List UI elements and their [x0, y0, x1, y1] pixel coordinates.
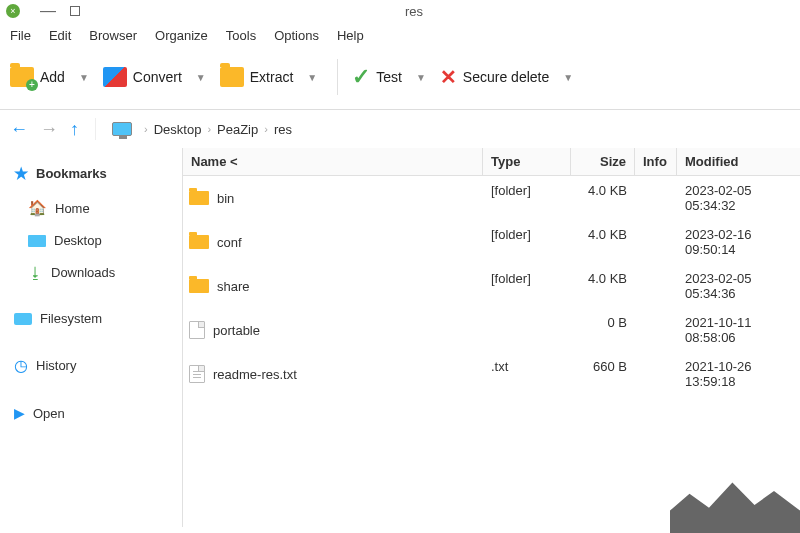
extract-folder-icon: [220, 67, 244, 87]
text-file-icon: [189, 365, 205, 383]
test-dropdown[interactable]: ▼: [410, 72, 432, 83]
toolbar: Add ▼ Convert ▼ Extract ▼ ✓ Test ▼ ✕ Sec…: [0, 51, 800, 110]
secure-delete-dropdown[interactable]: ▼: [557, 72, 579, 83]
cell-size: 660 B: [571, 352, 635, 396]
cell-modified: 2021-10-11 08:58:06: [677, 308, 800, 352]
menu-options[interactable]: Options: [274, 28, 319, 43]
home-icon: 🏠: [28, 199, 47, 217]
sidebar-item-open[interactable]: ▶ Open: [14, 397, 182, 429]
table-row[interactable]: readme-res.txt .txt 660 B 2021-10-26 13:…: [183, 352, 800, 396]
close-icon[interactable]: ×: [6, 4, 20, 18]
x-icon: ✕: [440, 65, 457, 89]
col-modified[interactable]: Modified: [677, 148, 800, 175]
cell-name: portable: [213, 323, 260, 338]
secure-delete-button[interactable]: ✕ Secure delete: [440, 65, 549, 89]
convert-icon: [103, 67, 127, 87]
test-button[interactable]: ✓ Test: [352, 64, 402, 90]
table-row[interactable]: share [folder] 4.0 KB 2023-02-05 05:34:3…: [183, 264, 800, 308]
cell-info: [635, 264, 677, 308]
sidebar: ★ Bookmarks 🏠 Home Desktop ⭳ Downloads F…: [0, 148, 182, 527]
cell-type: [folder]: [483, 176, 571, 220]
col-size[interactable]: Size: [571, 148, 635, 175]
window-title: res: [34, 4, 794, 19]
menu-organize[interactable]: Organize: [155, 28, 208, 43]
add-label: Add: [40, 69, 65, 85]
menu-edit[interactable]: Edit: [49, 28, 71, 43]
chevron-right-icon: ›: [264, 123, 268, 135]
cell-size: 4.0 KB: [571, 176, 635, 220]
add-button[interactable]: Add: [10, 67, 65, 87]
convert-dropdown[interactable]: ▼: [190, 72, 212, 83]
col-info[interactable]: Info: [635, 148, 677, 175]
folder-icon: [189, 279, 209, 293]
cell-modified: 2023-02-05 05:34:36: [677, 264, 800, 308]
folder-icon: [189, 235, 209, 249]
desktop-label: Desktop: [54, 233, 102, 248]
cell-type: [folder]: [483, 264, 571, 308]
table-row[interactable]: conf [folder] 4.0 KB 2023-02-16 09:50:14: [183, 220, 800, 264]
cell-size: 4.0 KB: [571, 264, 635, 308]
forward-arrow-icon[interactable]: →: [40, 119, 58, 140]
cell-name: bin: [217, 191, 234, 206]
home-label: Home: [55, 201, 90, 216]
star-icon: ★: [14, 164, 28, 183]
sidebar-item-downloads[interactable]: ⭳ Downloads: [14, 256, 182, 289]
download-icon: ⭳: [28, 264, 43, 281]
chevron-right-icon: ›: [207, 123, 211, 135]
menu-tools[interactable]: Tools: [226, 28, 256, 43]
back-arrow-icon[interactable]: ←: [10, 119, 28, 140]
cell-modified: 2021-10-26 13:59:18: [677, 352, 800, 396]
chevron-right-icon: ›: [144, 123, 148, 135]
sidebar-item-home[interactable]: 🏠 Home: [14, 191, 182, 225]
play-icon: ▶: [14, 405, 25, 421]
open-label: Open: [33, 406, 65, 421]
menu-browser[interactable]: Browser: [89, 28, 137, 43]
computer-icon[interactable]: [112, 122, 132, 136]
history-label: History: [36, 358, 76, 373]
menu-file[interactable]: File: [10, 28, 31, 43]
breadcrumb: › Desktop › PeaZip › res: [144, 122, 292, 137]
bookmarks-label: Bookmarks: [36, 166, 107, 181]
toolbar-separator: [337, 59, 338, 95]
extract-button[interactable]: Extract: [220, 67, 294, 87]
cell-info: [635, 220, 677, 264]
check-icon: ✓: [352, 64, 370, 90]
sidebar-item-desktop[interactable]: Desktop: [14, 225, 182, 256]
add-dropdown[interactable]: ▼: [73, 72, 95, 83]
cell-modified: 2023-02-16 09:50:14: [677, 220, 800, 264]
crumb-res[interactable]: res: [274, 122, 292, 137]
col-type[interactable]: Type: [483, 148, 571, 175]
navbar: ← → ↑ › Desktop › PeaZip › res: [0, 110, 800, 148]
up-arrow-icon[interactable]: ↑: [70, 119, 79, 140]
file-list: Name < Type Size Info Modified bin [fold…: [182, 148, 800, 527]
cell-info: [635, 352, 677, 396]
sidebar-item-bookmarks[interactable]: ★ Bookmarks: [14, 156, 182, 191]
folder-icon: [189, 191, 209, 205]
desktop-icon: [28, 235, 46, 247]
cell-name: readme-res.txt: [213, 367, 297, 382]
table-row[interactable]: portable 0 B 2021-10-11 08:58:06: [183, 308, 800, 352]
col-name[interactable]: Name <: [183, 148, 483, 175]
sidebar-item-filesystem[interactable]: Filesystem: [14, 303, 182, 334]
extract-dropdown[interactable]: ▼: [301, 72, 323, 83]
clock-icon: ◷: [14, 356, 28, 375]
sidebar-item-history[interactable]: ◷ History: [14, 348, 182, 383]
convert-label: Convert: [133, 69, 182, 85]
cell-name: conf: [217, 235, 242, 250]
crumb-desktop[interactable]: Desktop: [154, 122, 202, 137]
extract-label: Extract: [250, 69, 294, 85]
test-label: Test: [376, 69, 402, 85]
secure-delete-label: Secure delete: [463, 69, 549, 85]
nav-separator: [95, 118, 96, 140]
menu-help[interactable]: Help: [337, 28, 364, 43]
downloads-label: Downloads: [51, 265, 115, 280]
cell-type: [folder]: [483, 220, 571, 264]
cell-modified: 2023-02-05 05:34:32: [677, 176, 800, 220]
file-icon: [189, 321, 205, 339]
table-row[interactable]: bin [folder] 4.0 KB 2023-02-05 05:34:32: [183, 176, 800, 220]
convert-button[interactable]: Convert: [103, 67, 182, 87]
titlebar: × — res: [0, 0, 800, 22]
column-headers: Name < Type Size Info Modified: [183, 148, 800, 176]
cell-size: 4.0 KB: [571, 220, 635, 264]
crumb-peazip[interactable]: PeaZip: [217, 122, 258, 137]
